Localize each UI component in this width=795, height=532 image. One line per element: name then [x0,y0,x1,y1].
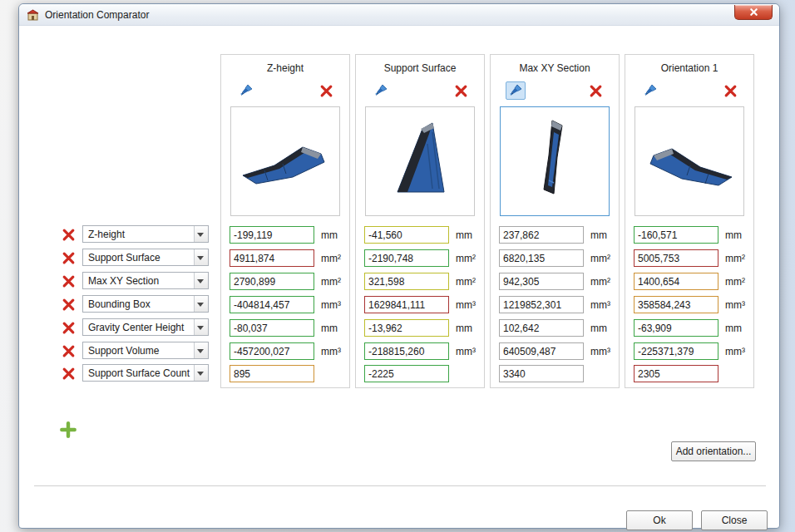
unit-label: mm² [321,276,341,288]
criterion-select[interactable]: Gravity Center Height [82,318,209,336]
dropdown-button[interactable] [194,365,208,381]
close-button[interactable]: Close [701,510,768,530]
apply-orientation-brush-button[interactable] [640,81,660,100]
value-input[interactable] [634,273,718,290]
model-thumbnail-selected[interactable] [500,106,610,216]
value-cell: mm² [364,249,449,267]
remove-criterion-button[interactable] [59,342,77,360]
delete-x-icon [62,228,76,242]
value-input[interactable] [364,319,449,337]
dropdown-button[interactable] [194,273,208,288]
model-thumbnail[interactable] [635,106,744,216]
remove-criterion-button[interactable] [59,295,77,313]
unit-label: mm [590,229,607,241]
dropdown-button[interactable] [194,249,208,265]
criterion-select[interactable]: Max XY Section [82,272,209,289]
delete-column-button[interactable] [451,81,471,100]
delete-column-button[interactable] [585,81,605,100]
remove-criterion-button[interactable] [59,318,77,337]
brush-icon [239,84,253,97]
value-input[interactable] [230,365,314,382]
column-panel-z-height: Z-height [220,54,350,388]
value-cell: mm [230,319,314,337]
model-thumbnail[interactable] [230,106,340,216]
delete-column-button[interactable] [720,81,740,100]
value-cell: mm² [499,273,584,290]
value-cell: mm³ [634,342,718,360]
value-input[interactable] [634,226,718,244]
criterion-select[interactable]: Support Surface [82,249,209,266]
value-cell [364,365,449,382]
remove-criterion-button[interactable] [59,272,77,290]
remove-criterion-button[interactable] [59,249,77,267]
unit-label: mm³ [725,299,745,311]
value-cell: mm³ [364,342,449,360]
value-input[interactable] [364,365,449,382]
criterion-label: Gravity Center Height [88,322,184,333]
dropdown-button[interactable] [194,226,208,242]
value-input[interactable] [634,365,718,382]
value-input[interactable] [634,249,718,267]
dropdown-button[interactable] [194,319,208,335]
ok-button[interactable]: Ok [626,510,693,530]
unit-label: mm [456,229,472,241]
unit-label: mm² [456,276,476,288]
add-criterion-button[interactable] [57,420,79,441]
apply-orientation-brush-button-selected[interactable] [506,81,526,100]
value-cell: mm² [634,249,718,267]
criterion-select[interactable]: Bounding Box [82,295,209,313]
value-input[interactable] [230,319,314,337]
chevron-down-icon [197,326,204,330]
window-close-button[interactable] [734,5,773,20]
value-cell: mm³ [499,342,584,360]
value-input[interactable] [230,273,314,290]
value-input[interactable] [364,342,449,360]
dropdown-button[interactable] [194,296,208,312]
value-input[interactable] [499,226,584,244]
value-cell: mm [364,319,449,337]
value-input[interactable] [364,249,449,267]
model-preview-z-height [231,107,339,215]
value-input[interactable] [230,226,314,244]
value-input[interactable] [364,273,449,290]
value-input[interactable] [364,226,449,244]
unit-label: mm [456,323,472,334]
unit-label: mm² [725,253,745,264]
value-input[interactable] [634,296,718,313]
value-input[interactable] [499,365,584,382]
value-input[interactable] [499,273,584,290]
orientation-comparator-dialog: Orientation Comparator Z-height [18,3,780,529]
value-input[interactable] [499,319,584,337]
remove-criterion-button[interactable] [59,364,77,382]
value-cell: mm [230,226,314,244]
value-input[interactable] [499,249,584,267]
value-input[interactable] [230,296,314,313]
criterion-select[interactable]: Support Volume [82,342,209,359]
value-input[interactable] [634,319,718,337]
delete-x-icon [62,298,76,312]
add-orientation-button[interactable]: Add orientation... [671,441,756,461]
criterion-select[interactable]: Support Surface Count [82,364,209,382]
value-input[interactable] [364,296,449,313]
model-thumbnail[interactable] [365,106,475,216]
chevron-down-icon [197,256,204,260]
value-input[interactable] [499,342,584,360]
dropdown-button[interactable] [194,342,208,358]
value-input[interactable] [230,249,314,267]
delete-x-icon [454,84,468,98]
apply-orientation-brush-button[interactable] [371,81,391,100]
column-title: Z-height [221,62,349,74]
brush-icon [644,84,657,97]
delete-x-icon [62,344,76,358]
titlebar[interactable]: Orientation Comparator [19,4,779,26]
remove-criterion-button[interactable] [59,225,77,244]
chevron-down-icon [197,349,204,353]
apply-orientation-brush-button[interactable] [236,81,256,100]
value-input[interactable] [230,342,314,360]
value-cell: mm [634,226,718,244]
value-input[interactable] [499,296,584,313]
delete-column-button[interactable] [316,81,336,100]
unit-label: mm³ [321,346,341,357]
criterion-select[interactable]: Z-height [82,225,209,243]
value-input[interactable] [634,342,718,360]
